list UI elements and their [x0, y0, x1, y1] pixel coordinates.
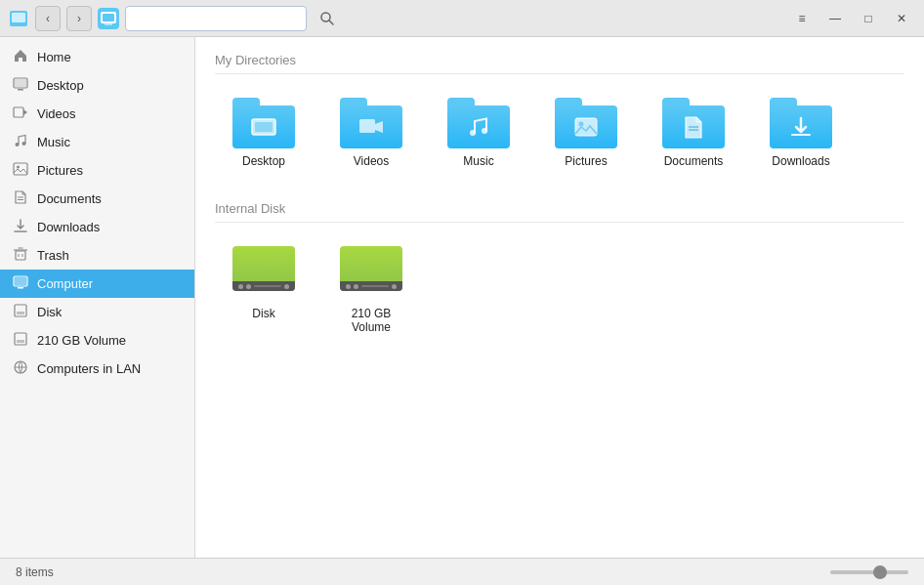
svg-rect-4 — [103, 14, 114, 21]
folder-documents-icon — [662, 98, 725, 148]
svg-point-13 — [16, 143, 20, 146]
volume-item-label: 210 GBVolume — [352, 307, 392, 334]
forward-button[interactable]: › — [66, 6, 92, 31]
sidebar-label-disk: Disk — [37, 305, 62, 319]
svg-point-16 — [17, 166, 20, 169]
sidebar-item-music[interactable]: Music — [0, 128, 194, 156]
svg-rect-34 — [255, 122, 273, 132]
address-bar[interactable] — [125, 6, 307, 31]
folder-downloads-label: Downloads — [772, 154, 829, 168]
sidebar-label-videos: Videos — [37, 106, 76, 121]
back-button[interactable]: ‹ — [35, 6, 61, 31]
lan-icon — [12, 359, 29, 378]
disk-item[interactable]: Disk — [215, 236, 313, 344]
sidebar-label-documents: Documents — [37, 191, 102, 206]
sidebar-item-videos[interactable]: Videos — [0, 100, 194, 128]
volume-item-icon — [340, 246, 402, 301]
internal-disk-title: Internal Disk — [215, 201, 904, 223]
svg-marker-36 — [375, 121, 383, 133]
svg-rect-2 — [15, 24, 22, 26]
sidebar-item-pictures[interactable]: Pictures — [0, 156, 194, 185]
internal-disk-grid: Disk 210 GBVolume — [215, 236, 904, 344]
trash-icon — [12, 246, 29, 265]
title-bar: ‹ › ≡ — □ ✕ — [0, 0, 924, 37]
sidebar-item-downloads[interactable]: Downloads — [0, 213, 194, 241]
folder-downloads-icon — [770, 98, 832, 148]
disk-item-icon — [232, 246, 295, 301]
svg-point-14 — [22, 142, 26, 146]
folder-desktop[interactable]: Desktop — [215, 88, 313, 178]
folder-videos[interactable]: Videos — [322, 88, 420, 178]
videos-icon — [12, 104, 29, 123]
folder-documents[interactable]: Documents — [645, 88, 742, 178]
content-area: My Directories Desktop — [195, 37, 924, 558]
pictures-icon — [12, 161, 29, 180]
svg-rect-5 — [105, 23, 112, 25]
sidebar-item-home[interactable]: Home — [0, 43, 194, 71]
sidebar-label-desktop: Desktop — [37, 78, 84, 93]
app-icon — [8, 8, 29, 29]
computer-sidebar-icon — [12, 274, 29, 293]
svg-rect-39 — [575, 118, 597, 136]
search-button[interactable] — [313, 6, 342, 31]
svg-rect-20 — [16, 251, 25, 260]
window-controls: ≡ — □ ✕ — [787, 6, 916, 31]
sidebar-item-computers-lan[interactable]: Computers in LAN — [0, 355, 194, 383]
disk-sidebar-icon — [12, 303, 29, 321]
my-directories-grid: Desktop Videos — [215, 88, 904, 178]
volume-item[interactable]: 210 GBVolume — [322, 236, 420, 344]
minimize-button[interactable]: — — [820, 6, 850, 31]
sidebar-label-trash: Trash — [37, 248, 69, 263]
main-layout: Home Desktop Videos Music Pictures — [0, 37, 924, 558]
volume-sidebar-icon — [12, 331, 29, 350]
folder-music[interactable]: Music — [430, 88, 527, 178]
sidebar: Home Desktop Videos Music Pictures — [0, 37, 195, 558]
folder-pictures-icon — [555, 98, 617, 148]
svg-rect-9 — [15, 79, 26, 87]
close-button[interactable]: ✕ — [887, 6, 916, 31]
sidebar-label-music: Music — [37, 135, 70, 149]
menu-button[interactable]: ≡ — [787, 6, 817, 31]
folder-pictures[interactable]: Pictures — [537, 88, 635, 178]
svg-marker-12 — [23, 109, 27, 115]
svg-rect-29 — [15, 333, 26, 345]
my-directories-title: My Directories — [215, 53, 904, 74]
folder-music-icon — [447, 98, 510, 148]
svg-point-40 — [579, 122, 584, 127]
svg-point-37 — [470, 130, 476, 136]
svg-rect-11 — [14, 107, 23, 117]
item-count: 8 items — [16, 565, 54, 579]
sidebar-label-pictures: Pictures — [37, 163, 83, 178]
folder-desktop-label: Desktop — [242, 154, 285, 168]
sidebar-item-desktop[interactable]: Desktop — [0, 71, 194, 100]
svg-line-7 — [329, 21, 333, 24]
title-bar-left: ‹ › — [8, 6, 342, 31]
zoom-control — [830, 570, 908, 574]
zoom-thumb[interactable] — [873, 565, 887, 579]
svg-rect-15 — [14, 163, 27, 175]
sidebar-label-volume: 210 GB Volume — [37, 333, 126, 348]
sidebar-item-computer[interactable]: Computer — [0, 270, 194, 298]
maximize-button[interactable]: □ — [854, 6, 883, 31]
svg-rect-28 — [17, 312, 24, 314]
sidebar-label-home: Home — [37, 50, 71, 64]
computer-icon — [98, 8, 119, 29]
folder-documents-label: Documents — [664, 154, 724, 168]
svg-rect-35 — [359, 119, 375, 133]
folder-pictures-label: Pictures — [565, 154, 607, 168]
sidebar-label-computer: Computer — [37, 276, 93, 291]
svg-point-38 — [482, 128, 487, 134]
sidebar-item-documents[interactable]: Documents — [0, 185, 194, 213]
svg-rect-30 — [17, 340, 24, 343]
sidebar-item-disk[interactable]: Disk — [0, 298, 194, 326]
zoom-slider[interactable] — [830, 570, 908, 574]
sidebar-label-computers-lan: Computers in LAN — [37, 361, 141, 376]
svg-rect-25 — [15, 277, 26, 285]
status-bar: 8 items — [0, 558, 924, 585]
sidebar-item-volume[interactable]: 210 GB Volume — [0, 326, 194, 355]
folder-downloads[interactable]: Downloads — [752, 88, 850, 178]
downloads-icon — [12, 218, 29, 236]
folder-music-label: Music — [463, 154, 493, 168]
disk-item-label: Disk — [252, 307, 274, 320]
sidebar-item-trash[interactable]: Trash — [0, 241, 194, 270]
